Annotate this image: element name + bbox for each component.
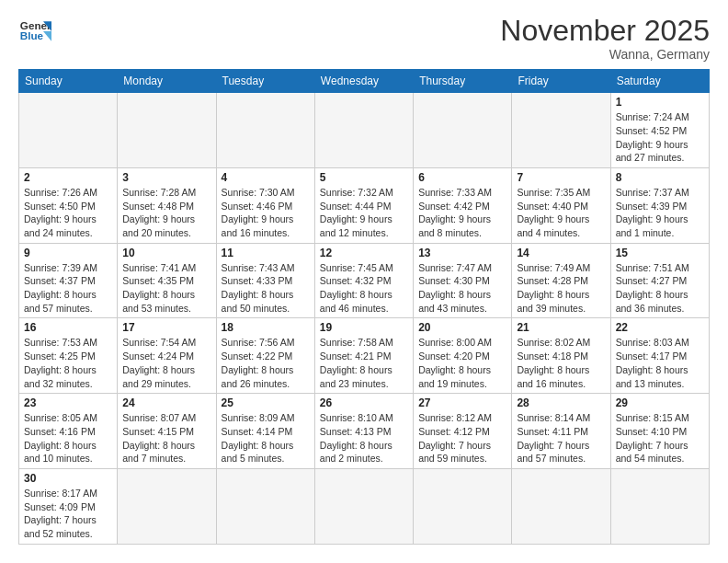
table-row: 21Sunrise: 8:02 AM Sunset: 4:18 PM Dayli… [512, 318, 610, 394]
cell-info-text: Sunrise: 7:35 AM Sunset: 4:40 PM Dayligh… [517, 186, 605, 240]
cell-day-number: 18 [222, 321, 310, 334]
table-row [314, 468, 413, 544]
col-saturday: Saturday [610, 70, 709, 93]
calendar-week-3: 9Sunrise: 7:39 AM Sunset: 4:37 PM Daylig… [19, 243, 710, 318]
calendar-week-5: 23Sunrise: 8:05 AM Sunset: 4:16 PM Dayli… [19, 394, 710, 469]
cell-day-number: 8 [616, 171, 704, 184]
table-row: 17Sunrise: 7:54 AM Sunset: 4:24 PM Dayli… [118, 318, 216, 394]
table-row: 3Sunrise: 7:28 AM Sunset: 4:48 PM Daylig… [118, 167, 216, 243]
table-row [216, 93, 314, 168]
cell-info-text: Sunrise: 7:32 AM Sunset: 4:44 PM Dayligh… [320, 186, 408, 240]
table-row: 30Sunrise: 8:17 AM Sunset: 4:09 PM Dayli… [19, 468, 118, 544]
header: General Blue November 2025 Wanna, German… [18, 15, 710, 62]
table-row: 4Sunrise: 7:30 AM Sunset: 4:46 PM Daylig… [216, 167, 314, 243]
cell-day-number: 25 [222, 396, 310, 409]
cell-day-number: 22 [616, 321, 704, 334]
table-row: 18Sunrise: 7:56 AM Sunset: 4:22 PM Dayli… [216, 318, 314, 394]
page: General Blue November 2025 Wanna, German… [0, 0, 728, 554]
cell-info-text: Sunrise: 8:12 AM Sunset: 4:12 PM Dayligh… [418, 411, 506, 465]
calendar-header-row: Sunday Monday Tuesday Wednesday Thursday… [19, 70, 710, 93]
cell-info-text: Sunrise: 7:30 AM Sunset: 4:46 PM Dayligh… [222, 186, 310, 240]
table-row: 6Sunrise: 7:33 AM Sunset: 4:42 PM Daylig… [414, 167, 512, 243]
table-row [610, 468, 709, 544]
col-monday: Monday [118, 70, 216, 93]
table-row [414, 468, 512, 544]
table-row: 26Sunrise: 8:10 AM Sunset: 4:13 PM Dayli… [314, 394, 413, 469]
table-row [19, 93, 118, 168]
cell-info-text: Sunrise: 7:51 AM Sunset: 4:27 PM Dayligh… [616, 261, 704, 316]
cell-day-number: 24 [122, 396, 210, 409]
cell-day-number: 9 [24, 247, 112, 259]
cell-day-number: 13 [418, 247, 506, 259]
table-row: 19Sunrise: 7:58 AM Sunset: 4:21 PM Dayli… [314, 318, 413, 394]
cell-info-text: Sunrise: 8:10 AM Sunset: 4:13 PM Dayligh… [320, 411, 408, 465]
table-row: 24Sunrise: 8:07 AM Sunset: 4:15 PM Dayli… [118, 394, 216, 469]
cell-day-number: 27 [418, 396, 506, 409]
table-row: 1Sunrise: 7:24 AM Sunset: 4:52 PM Daylig… [610, 93, 709, 168]
cell-info-text: Sunrise: 7:47 AM Sunset: 4:30 PM Dayligh… [418, 261, 506, 316]
col-wednesday: Wednesday [314, 70, 413, 93]
cell-info-text: Sunrise: 7:37 AM Sunset: 4:39 PM Dayligh… [616, 186, 704, 240]
table-row [414, 93, 512, 168]
table-row: 23Sunrise: 8:05 AM Sunset: 4:16 PM Dayli… [19, 394, 118, 469]
cell-day-number: 11 [222, 247, 310, 259]
cell-day-number: 4 [222, 171, 310, 184]
logo-svg-icon: General Blue [18, 15, 51, 48]
cell-day-number: 17 [122, 321, 210, 334]
table-row: 15Sunrise: 7:51 AM Sunset: 4:27 PM Dayli… [610, 243, 709, 318]
cell-day-number: 3 [122, 171, 210, 184]
table-row: 9Sunrise: 7:39 AM Sunset: 4:37 PM Daylig… [19, 243, 118, 318]
table-row: 27Sunrise: 8:12 AM Sunset: 4:12 PM Dayli… [414, 394, 512, 469]
table-row: 10Sunrise: 7:41 AM Sunset: 4:35 PM Dayli… [118, 243, 216, 318]
table-row [118, 468, 216, 544]
table-row: 8Sunrise: 7:37 AM Sunset: 4:39 PM Daylig… [610, 167, 709, 243]
cell-day-number: 6 [418, 171, 506, 184]
calendar-week-2: 2Sunrise: 7:26 AM Sunset: 4:50 PM Daylig… [19, 167, 710, 243]
table-row: 22Sunrise: 8:03 AM Sunset: 4:17 PM Dayli… [610, 318, 709, 394]
calendar-week-6: 30Sunrise: 8:17 AM Sunset: 4:09 PM Dayli… [19, 468, 710, 544]
col-sunday: Sunday [19, 70, 118, 93]
cell-info-text: Sunrise: 8:05 AM Sunset: 4:16 PM Dayligh… [24, 411, 112, 465]
table-row [314, 93, 413, 168]
calendar-table: Sunday Monday Tuesday Wednesday Thursday… [18, 69, 710, 545]
table-row [512, 468, 610, 544]
cell-info-text: Sunrise: 7:24 AM Sunset: 4:52 PM Dayligh… [616, 110, 704, 165]
cell-day-number: 14 [517, 247, 605, 259]
table-row: 7Sunrise: 7:35 AM Sunset: 4:40 PM Daylig… [512, 167, 610, 243]
month-title: November 2025 [500, 15, 710, 47]
cell-day-number: 12 [320, 247, 408, 259]
calendar-week-4: 16Sunrise: 7:53 AM Sunset: 4:25 PM Dayli… [19, 318, 710, 394]
cell-day-number: 1 [616, 96, 704, 109]
cell-info-text: Sunrise: 8:14 AM Sunset: 4:11 PM Dayligh… [517, 411, 605, 465]
cell-day-number: 28 [517, 396, 605, 409]
col-tuesday: Tuesday [216, 70, 314, 93]
cell-info-text: Sunrise: 8:17 AM Sunset: 4:09 PM Dayligh… [24, 487, 112, 541]
table-row [216, 468, 314, 544]
cell-day-number: 15 [616, 247, 704, 259]
cell-info-text: Sunrise: 7:53 AM Sunset: 4:25 PM Dayligh… [24, 336, 112, 390]
logo: General Blue [18, 15, 51, 48]
cell-day-number: 21 [517, 321, 605, 334]
cell-info-text: Sunrise: 7:39 AM Sunset: 4:37 PM Dayligh… [24, 261, 112, 316]
table-row: 25Sunrise: 8:09 AM Sunset: 4:14 PM Dayli… [216, 394, 314, 469]
cell-info-text: Sunrise: 7:56 AM Sunset: 4:22 PM Dayligh… [222, 336, 310, 390]
cell-day-number: 29 [616, 396, 704, 409]
cell-info-text: Sunrise: 8:09 AM Sunset: 4:14 PM Dayligh… [222, 411, 310, 465]
table-row: 12Sunrise: 7:45 AM Sunset: 4:32 PM Dayli… [314, 243, 413, 318]
cell-info-text: Sunrise: 8:07 AM Sunset: 4:15 PM Dayligh… [122, 411, 210, 465]
cell-info-text: Sunrise: 7:54 AM Sunset: 4:24 PM Dayligh… [122, 336, 210, 390]
table-row: 11Sunrise: 7:43 AM Sunset: 4:33 PM Dayli… [216, 243, 314, 318]
cell-day-number: 20 [418, 321, 506, 334]
cell-info-text: Sunrise: 8:03 AM Sunset: 4:17 PM Dayligh… [616, 336, 704, 390]
cell-day-number: 2 [24, 171, 112, 184]
svg-text:Blue: Blue [20, 29, 44, 41]
cell-info-text: Sunrise: 8:15 AM Sunset: 4:10 PM Dayligh… [616, 411, 704, 465]
cell-day-number: 26 [320, 396, 408, 409]
table-row: 20Sunrise: 8:00 AM Sunset: 4:20 PM Dayli… [414, 318, 512, 394]
col-friday: Friday [512, 70, 610, 93]
table-row: 28Sunrise: 8:14 AM Sunset: 4:11 PM Dayli… [512, 394, 610, 469]
table-row: 5Sunrise: 7:32 AM Sunset: 4:44 PM Daylig… [314, 167, 413, 243]
cell-info-text: Sunrise: 7:43 AM Sunset: 4:33 PM Dayligh… [222, 261, 310, 316]
table-row: 2Sunrise: 7:26 AM Sunset: 4:50 PM Daylig… [19, 167, 118, 243]
cell-info-text: Sunrise: 7:33 AM Sunset: 4:42 PM Dayligh… [418, 186, 506, 240]
